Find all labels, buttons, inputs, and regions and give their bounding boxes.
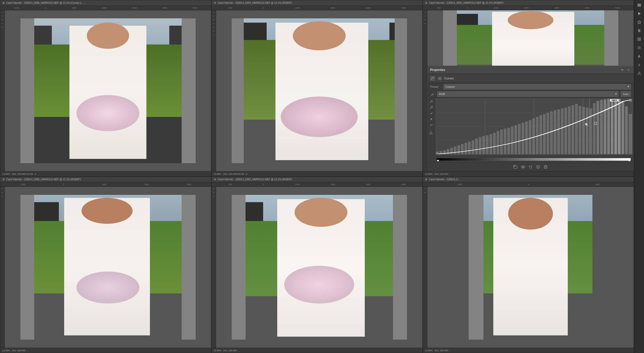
svg-rect-87 bbox=[637, 4, 641, 5]
channel-dropdown[interactable]: RGB bbox=[437, 91, 619, 97]
close-btn-b2[interactable]: ✕ bbox=[214, 178, 216, 181]
view-btn[interactable] bbox=[535, 164, 541, 170]
ruler-top-1: -1000 0 1000 2000 3000 4000 5000 bbox=[0, 6, 211, 10]
curve-select-tool[interactable] bbox=[429, 99, 434, 104]
ruler-mark: 3000 bbox=[132, 7, 137, 9]
properties-icons: ≫ ≡ bbox=[620, 67, 631, 72]
ruler-marks-1: -1000 0 1000 2000 3000 4000 5000 bbox=[1, 7, 210, 9]
ruler-mark: 1000 bbox=[102, 183, 107, 186]
input-slider[interactable] bbox=[436, 158, 631, 161]
photo-content-b3: 5 6 bbox=[423, 187, 634, 348]
reset-btn[interactable] bbox=[528, 164, 533, 170]
ruler-top-b1: -1000 0 1000 2000 3000 bbox=[0, 182, 211, 187]
svg-rect-27 bbox=[468, 142, 471, 154]
photo-content-3: 1 2 3 4 bbox=[423, 10, 634, 171]
panel-title-1: Carol Harrold – 220514_0396_HARROLD.NEF … bbox=[6, 2, 86, 4]
photo-content-b1: 5 6 7 bbox=[0, 187, 211, 348]
photo-canvas-1[interactable] bbox=[5, 10, 211, 171]
ruler-marks-3: -500 0 1000 2000 3000 4000 5000 bbox=[424, 7, 633, 9]
ruler-marks-b2: -500 0 1000 2000 3000 4000 bbox=[213, 183, 421, 186]
svg-rect-39 bbox=[511, 126, 514, 154]
black-point-slider[interactable] bbox=[437, 160, 439, 162]
layers-btn[interactable] bbox=[635, 1, 643, 9]
ruler-mark: 1000 bbox=[72, 7, 76, 9]
doc-size-1: Doc: 103.4M/119.1M bbox=[12, 173, 33, 175]
svg-rect-44 bbox=[529, 120, 532, 154]
svg-rect-56 bbox=[572, 105, 574, 154]
preset-chevron-icon bbox=[628, 85, 629, 88]
shadow-indicator bbox=[429, 130, 434, 135]
auto-button[interactable]: Auto bbox=[621, 91, 631, 97]
curve-add-tool[interactable] bbox=[429, 111, 434, 116]
photo-canvas-2[interactable] bbox=[216, 10, 422, 171]
svg-rect-57 bbox=[575, 104, 578, 154]
text-btn-2[interactable]: A bbox=[635, 61, 643, 69]
svg-rect-22 bbox=[450, 148, 453, 154]
curve-subtract-tool[interactable] bbox=[429, 105, 434, 110]
bride-photo-b2 bbox=[232, 195, 407, 340]
close-btn-b1[interactable]: ✕ bbox=[2, 178, 5, 181]
panel-menu-btn[interactable]: ≡ bbox=[626, 67, 631, 72]
white-point-slider[interactable] bbox=[628, 160, 630, 162]
text-btn-1[interactable]: A bbox=[635, 52, 643, 60]
play-btn[interactable] bbox=[635, 10, 643, 18]
io-sliders bbox=[428, 156, 633, 162]
ruler-mark: -1000 bbox=[14, 7, 19, 9]
star-btn[interactable] bbox=[635, 18, 643, 26]
svg-rect-30 bbox=[479, 137, 481, 154]
expand-panel-btn[interactable]: ≫ bbox=[620, 67, 625, 72]
curve-smooth-tool[interactable] bbox=[429, 123, 434, 128]
ruler-mark: 0 bbox=[467, 7, 468, 9]
layer-visibility-btn[interactable] bbox=[513, 164, 518, 170]
curve-pencil-tool[interactable] bbox=[429, 117, 434, 122]
close-btn-3[interactable]: ✕ bbox=[425, 1, 427, 5]
svg-rect-50 bbox=[550, 111, 553, 154]
more-btn-2[interactable]: ▸ bbox=[246, 173, 248, 175]
svg-rect-28 bbox=[472, 140, 474, 154]
photo-canvas-b2[interactable] bbox=[216, 187, 422, 348]
ruler-left-b1: 5 6 7 bbox=[0, 187, 5, 348]
svg-rect-1 bbox=[438, 77, 441, 80]
photo-panel-top-1: ✕ Carol Harrold – 220514_0396_HARROLD.NE… bbox=[0, 0, 211, 176]
curves-footer bbox=[428, 162, 633, 171]
photo-canvas-b3[interactable] bbox=[427, 187, 634, 348]
svg-rect-65 bbox=[604, 99, 607, 154]
eyedropper-shadows-btn[interactable] bbox=[430, 92, 435, 97]
camera-icon[interactable] bbox=[437, 76, 442, 81]
curves-adjustment-icon bbox=[430, 76, 435, 81]
ruler-mark: 0 bbox=[263, 7, 264, 9]
list-btn[interactable] bbox=[635, 44, 643, 52]
close-btn-b3[interactable]: ✕ bbox=[425, 178, 427, 181]
preset-dropdown[interactable]: Custom bbox=[444, 84, 631, 90]
close-btn-2[interactable]: ✕ bbox=[214, 1, 216, 5]
zoom-level-b3: 12.09% bbox=[425, 349, 433, 352]
svg-rect-88 bbox=[637, 5, 641, 6]
ruler-mark: 1000 bbox=[595, 183, 600, 186]
visibility-toggle-btn[interactable] bbox=[520, 164, 526, 170]
ruler-top-b3: -1000 0 1000 bbox=[423, 182, 634, 187]
doc-size-b3: Doc: 103.4M/… bbox=[435, 349, 451, 352]
photo-content-2: 1 2 3 4 5 6 7 bbox=[212, 10, 422, 171]
preset-label: Preset: bbox=[430, 85, 441, 88]
panel-title-b2: Carol Harrold – 220514_0392_HARROLD.NEF … bbox=[218, 178, 292, 181]
curves-graph[interactable] bbox=[436, 99, 632, 155]
person-btn[interactable] bbox=[635, 69, 643, 77]
photo-canvas-b1[interactable] bbox=[5, 187, 211, 348]
input-row bbox=[430, 157, 631, 162]
more-btn-1[interactable]: ▸ bbox=[35, 173, 36, 175]
delete-btn[interactable] bbox=[543, 164, 548, 170]
svg-rect-69 bbox=[618, 99, 621, 154]
panel-header-b2: ✕ Carol Harrold – 220514_0392_HARROLD.NE… bbox=[212, 177, 422, 182]
close-btn-1[interactable]: ✕ bbox=[2, 1, 5, 5]
adjust-btn[interactable] bbox=[635, 27, 643, 35]
svg-rect-46 bbox=[536, 117, 539, 154]
ruler-mark: 0 bbox=[528, 183, 529, 186]
svg-rect-62 bbox=[593, 103, 596, 154]
grid-btn[interactable] bbox=[635, 35, 643, 43]
main-area: ✕ Carol Harrold – 220514_0396_HARROLD.NE… bbox=[0, 0, 644, 353]
photo-panel-bottom-2: ✕ Carol Harrold – 220514_0392_HARROLD.NE… bbox=[211, 176, 423, 353]
panel-header-b1: ✕ Carol Harrold – 220514_0395_HARROLD.NE… bbox=[0, 177, 211, 182]
channel-row: RGB Auto bbox=[428, 91, 633, 98]
svg-rect-32 bbox=[486, 135, 489, 154]
ruler-mark: -1000 bbox=[457, 183, 462, 186]
